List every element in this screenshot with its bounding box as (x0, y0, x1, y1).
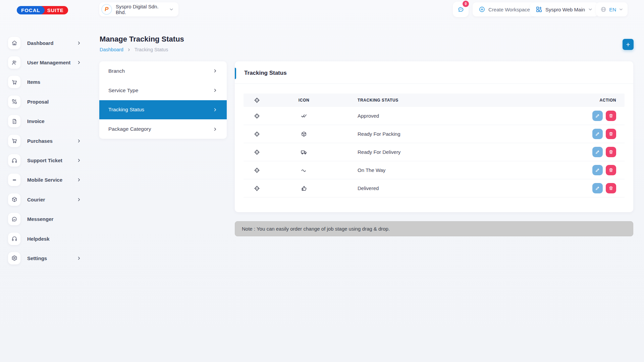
pencil-icon (595, 113, 600, 118)
logo-suite: SUITE (41, 6, 68, 14)
gear-icon (8, 252, 20, 264)
edit-button[interactable] (592, 129, 603, 139)
edit-button[interactable] (592, 183, 603, 193)
trash-icon (608, 149, 613, 155)
chevron-right-icon (77, 178, 81, 182)
globe-icon (600, 6, 606, 13)
delete-button[interactable] (606, 129, 616, 139)
tracking-status-panel: Tracking Status ICON TRACKING STATUS ACT… (235, 61, 633, 212)
add-tracking-status-button[interactable]: + (623, 39, 634, 50)
thumbs-up-icon (301, 185, 307, 191)
sidebar-item-label: Items (27, 79, 81, 85)
trash-icon (608, 131, 613, 136)
chevron-down-icon (588, 7, 593, 12)
sidebar-item-user-management[interactable]: User Management (0, 53, 99, 72)
settings-menu-item-package-category[interactable]: Package Category (99, 119, 227, 139)
menu-item-label: Branch (108, 68, 125, 74)
drag-handle-icon[interactable] (254, 185, 260, 191)
sidebar-item-invoice[interactable]: Invoice (0, 112, 99, 131)
chat-badge: 0 (463, 1, 469, 7)
drag-handle-icon[interactable] (254, 149, 260, 155)
chevron-right-icon (77, 139, 81, 143)
language-selector[interactable]: EN (596, 2, 628, 16)
sidebar-nav: DashboardUser ManagementItemsProposalInv… (0, 33, 99, 268)
sidebar-item-dashboard[interactable]: Dashboard (0, 33, 99, 53)
chat-bubble-icon (458, 6, 464, 13)
sidebar-item-items[interactable]: Items (0, 72, 99, 92)
sidebar-item-proposal[interactable]: Proposal (0, 92, 99, 111)
note-bar: Note : You can easily order change of jo… (235, 221, 633, 236)
chevron-right-icon (77, 41, 81, 45)
tracking-status-row-ready-for-packing: Ready For Packing (244, 125, 625, 143)
headset-icon (8, 154, 20, 167)
sidebar-item-purchases[interactable]: Purchases (0, 131, 99, 150)
trash-icon (608, 113, 613, 118)
table-header-drag (244, 97, 270, 103)
settings-menu-card: BranchService TypeTracking StatusPackage… (99, 61, 227, 139)
workspace-switcher-label: Syspro Web Main (545, 7, 585, 12)
menu-item-label: Tracking Status (108, 107, 144, 113)
sidebar-item-label: Proposal (27, 99, 81, 105)
table-header-status: TRACKING STATUS (337, 98, 557, 103)
chevron-right-icon (213, 69, 217, 73)
table-header-icon: ICON (270, 98, 337, 103)
tracking-status-row-delivered: Delivered (244, 179, 625, 197)
grid-plus-icon (536, 6, 542, 13)
delete-button[interactable] (606, 111, 616, 121)
table-header-action: ACTION (557, 98, 625, 103)
headset-icon (8, 233, 20, 245)
panel-header: Tracking Status (235, 61, 633, 83)
sidebar-item-helpdesk[interactable]: Helpdesk (0, 229, 99, 248)
sidebar-item-settings[interactable]: Settings (0, 248, 99, 268)
tracking-status-name: On The Way (337, 167, 557, 173)
sidebar-item-messenger[interactable]: Messenger (0, 209, 99, 229)
plus-circle-icon (479, 6, 485, 13)
workspace-switcher[interactable]: Syspro Web Main (530, 2, 598, 16)
sidebar-item-courier[interactable]: Courier (0, 190, 99, 209)
sidebar-item-label: Courier (27, 197, 77, 202)
create-workspace-button[interactable]: Create Workspace (473, 2, 536, 16)
tracking-status-name: Ready For Delivery (337, 149, 557, 155)
drag-handle-icon[interactable] (254, 167, 260, 173)
pencil-icon (595, 168, 600, 173)
edit-button[interactable] (592, 165, 603, 175)
cart-icon (8, 76, 20, 88)
sidebar-item-label: Messenger (27, 216, 81, 222)
chevron-right-icon (77, 197, 81, 202)
move-crosshair-icon (254, 97, 260, 103)
settings-menu-item-service-type[interactable]: Service Type (99, 81, 227, 100)
tracking-status-table: ICON TRACKING STATUS ACTION ApprovedRead… (244, 94, 625, 197)
settings-menu-item-branch[interactable]: Branch (99, 61, 227, 81)
sidebar-item-support-ticket[interactable]: Support Ticket (0, 150, 99, 170)
pencil-icon (595, 186, 600, 191)
workspace-selector[interactable]: P Syspro Digital Sdn. Bhd. (99, 2, 178, 16)
page-title: Manage Tracking Status (100, 35, 184, 44)
sidebar-item-label: Dashboard (27, 40, 77, 46)
settings-menu-item-tracking-status[interactable]: Tracking Status (99, 100, 227, 120)
delete-button[interactable] (606, 183, 616, 193)
sidebar-item-mobile-service[interactable]: Mobile Service (0, 170, 99, 190)
pencil-icon (595, 131, 600, 136)
sidebar-item-label: User Management (27, 60, 77, 65)
sidebar-item-label: Mobile Service (27, 177, 77, 183)
drag-handle-icon[interactable] (254, 113, 260, 119)
sidebar-item-label: Settings (27, 255, 77, 261)
chevron-down-icon (619, 7, 623, 12)
chevron-right-icon (127, 48, 131, 52)
chevron-right-icon (77, 158, 81, 163)
swap-grid-icon (8, 96, 20, 108)
breadcrumb-dashboard-link[interactable]: Dashboard (100, 47, 123, 52)
tracking-status-name: Approved (337, 113, 557, 119)
edit-button[interactable] (592, 147, 603, 157)
message-icon (8, 213, 20, 225)
table-header-row: ICON TRACKING STATUS ACTION (244, 94, 625, 107)
delete-button[interactable] (606, 147, 616, 157)
sidebar-item-label: Support Ticket (27, 158, 77, 163)
menu-item-label: Service Type (108, 87, 138, 94)
tracking-status-row-ready-for-delivery: Ready For Delivery (244, 143, 625, 161)
app-window: FOCAL SUITE P Syspro Digital Sdn. Bhd. 0… (0, 0, 644, 362)
delete-button[interactable] (606, 165, 616, 175)
edit-button[interactable] (592, 111, 603, 121)
pencil-icon (595, 149, 600, 155)
drag-handle-icon[interactable] (254, 131, 260, 137)
